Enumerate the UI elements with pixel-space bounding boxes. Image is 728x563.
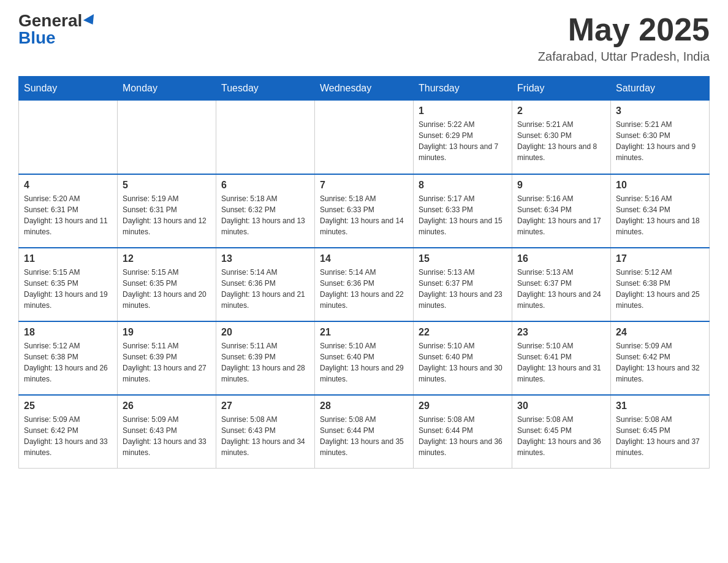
day-number: 21 (320, 327, 408, 338)
title-section: May 2025 Zafarabad, Uttar Pradesh, India (538, 12, 710, 64)
calendar-day-cell: 17Sunrise: 5:12 AMSunset: 6:38 PMDayligh… (611, 248, 710, 321)
calendar-day-cell: 13Sunrise: 5:14 AMSunset: 6:36 PMDayligh… (216, 248, 315, 321)
day-header-sunday: Sunday (19, 77, 118, 101)
calendar-day-cell: 16Sunrise: 5:13 AMSunset: 6:37 PMDayligh… (512, 248, 611, 321)
day-number: 15 (419, 253, 507, 264)
calendar-day-cell: 2Sunrise: 5:21 AMSunset: 6:30 PMDaylight… (512, 101, 611, 174)
day-info: Sunrise: 5:08 AMSunset: 6:44 PMDaylight:… (419, 414, 507, 458)
day-info: Sunrise: 5:08 AMSunset: 6:44 PMDaylight:… (320, 414, 408, 458)
calendar-day-cell: 3Sunrise: 5:21 AMSunset: 6:30 PMDaylight… (611, 101, 710, 174)
day-info: Sunrise: 5:15 AMSunset: 6:35 PMDaylight:… (123, 267, 211, 311)
day-number: 8 (419, 180, 507, 191)
day-info: Sunrise: 5:10 AMSunset: 6:40 PMDaylight:… (320, 340, 408, 385)
day-number: 17 (616, 253, 704, 264)
day-info: Sunrise: 5:10 AMSunset: 6:40 PMDaylight:… (419, 340, 507, 385)
calendar-day-cell: 31Sunrise: 5:08 AMSunset: 6:45 PMDayligh… (611, 395, 710, 469)
day-info: Sunrise: 5:21 AMSunset: 6:30 PMDaylight:… (517, 119, 605, 163)
day-info: Sunrise: 5:12 AMSunset: 6:38 PMDaylight:… (24, 340, 112, 385)
calendar-day-cell: 5Sunrise: 5:19 AMSunset: 6:31 PMDaylight… (118, 174, 216, 248)
calendar-day-cell: 15Sunrise: 5:13 AMSunset: 6:37 PMDayligh… (414, 248, 512, 321)
day-info: Sunrise: 5:08 AMSunset: 6:45 PMDaylight:… (616, 414, 704, 458)
day-info: Sunrise: 5:15 AMSunset: 6:35 PMDaylight:… (24, 267, 112, 311)
calendar-week-row: 25Sunrise: 5:09 AMSunset: 6:42 PMDayligh… (19, 395, 710, 469)
calendar-week-row: 1Sunrise: 5:22 AMSunset: 6:29 PMDaylight… (19, 101, 710, 174)
calendar-day-cell: 25Sunrise: 5:09 AMSunset: 6:42 PMDayligh… (19, 395, 118, 469)
calendar-day-cell: 11Sunrise: 5:15 AMSunset: 6:35 PMDayligh… (19, 248, 118, 321)
calendar-day-cell: 20Sunrise: 5:11 AMSunset: 6:39 PMDayligh… (216, 321, 315, 395)
day-number: 31 (616, 400, 704, 412)
calendar-day-cell: 29Sunrise: 5:08 AMSunset: 6:44 PMDayligh… (414, 395, 512, 469)
day-info: Sunrise: 5:11 AMSunset: 6:39 PMDaylight:… (123, 340, 211, 385)
calendar-day-cell: 6Sunrise: 5:18 AMSunset: 6:32 PMDaylight… (216, 174, 315, 248)
calendar-day-cell (19, 101, 118, 174)
calendar-title: May 2025 (538, 12, 710, 47)
calendar-day-cell: 8Sunrise: 5:17 AMSunset: 6:33 PMDaylight… (414, 174, 512, 248)
day-info: Sunrise: 5:21 AMSunset: 6:30 PMDaylight:… (616, 119, 704, 163)
logo: General Blue (18, 12, 97, 47)
calendar-day-cell: 21Sunrise: 5:10 AMSunset: 6:40 PMDayligh… (315, 321, 414, 395)
day-info: Sunrise: 5:16 AMSunset: 6:34 PMDaylight:… (616, 193, 704, 237)
day-number: 28 (320, 400, 408, 412)
day-number: 18 (24, 327, 112, 338)
calendar-day-cell: 22Sunrise: 5:10 AMSunset: 6:40 PMDayligh… (414, 321, 512, 395)
day-info: Sunrise: 5:14 AMSunset: 6:36 PMDaylight:… (221, 267, 309, 311)
logo-arrow-icon (83, 14, 98, 28)
day-number: 24 (616, 327, 704, 338)
calendar-week-row: 11Sunrise: 5:15 AMSunset: 6:35 PMDayligh… (19, 248, 710, 321)
day-info: Sunrise: 5:10 AMSunset: 6:41 PMDaylight:… (517, 340, 605, 385)
day-number: 26 (123, 400, 211, 412)
calendar-day-cell: 24Sunrise: 5:09 AMSunset: 6:42 PMDayligh… (611, 321, 710, 395)
day-number: 7 (320, 180, 408, 191)
day-info: Sunrise: 5:19 AMSunset: 6:31 PMDaylight:… (123, 193, 211, 237)
day-info: Sunrise: 5:09 AMSunset: 6:42 PMDaylight:… (616, 340, 704, 385)
day-number: 6 (221, 180, 309, 191)
day-info: Sunrise: 5:20 AMSunset: 6:31 PMDaylight:… (24, 193, 112, 237)
day-number: 11 (24, 253, 112, 264)
calendar-day-cell: 23Sunrise: 5:10 AMSunset: 6:41 PMDayligh… (512, 321, 611, 395)
day-number: 25 (24, 400, 112, 412)
logo-general: General (18, 12, 82, 29)
page-header: General Blue May 2025 Zafarabad, Uttar P… (18, 12, 710, 64)
calendar-header-row: SundayMondayTuesdayWednesdayThursdayFrid… (19, 77, 710, 101)
day-info: Sunrise: 5:16 AMSunset: 6:34 PMDaylight:… (517, 193, 605, 237)
day-number: 23 (517, 327, 605, 338)
calendar-day-cell: 26Sunrise: 5:09 AMSunset: 6:43 PMDayligh… (118, 395, 216, 469)
calendar-day-cell (315, 101, 414, 174)
day-info: Sunrise: 5:12 AMSunset: 6:38 PMDaylight:… (616, 267, 704, 311)
day-number: 9 (517, 180, 605, 191)
day-number: 10 (616, 180, 704, 191)
calendar-week-row: 4Sunrise: 5:20 AMSunset: 6:31 PMDaylight… (19, 174, 710, 248)
day-number: 16 (517, 253, 605, 264)
day-info: Sunrise: 5:13 AMSunset: 6:37 PMDaylight:… (419, 267, 507, 311)
day-header-monday: Monday (118, 77, 216, 101)
day-number: 1 (419, 105, 507, 117)
calendar-day-cell: 14Sunrise: 5:14 AMSunset: 6:36 PMDayligh… (315, 248, 414, 321)
calendar-subtitle: Zafarabad, Uttar Pradesh, India (538, 50, 710, 64)
day-info: Sunrise: 5:22 AMSunset: 6:29 PMDaylight:… (419, 119, 507, 163)
day-number: 5 (123, 180, 211, 191)
day-info: Sunrise: 5:09 AMSunset: 6:42 PMDaylight:… (24, 414, 112, 458)
day-number: 2 (517, 105, 605, 117)
day-header-saturday: Saturday (611, 77, 710, 101)
day-info: Sunrise: 5:17 AMSunset: 6:33 PMDaylight:… (419, 193, 507, 237)
day-number: 19 (123, 327, 211, 338)
day-number: 20 (221, 327, 309, 338)
day-info: Sunrise: 5:14 AMSunset: 6:36 PMDaylight:… (320, 267, 408, 311)
day-number: 3 (616, 105, 704, 117)
day-info: Sunrise: 5:18 AMSunset: 6:32 PMDaylight:… (221, 193, 309, 237)
day-info: Sunrise: 5:08 AMSunset: 6:43 PMDaylight:… (221, 414, 309, 458)
day-number: 4 (24, 180, 112, 191)
calendar-day-cell: 7Sunrise: 5:18 AMSunset: 6:33 PMDaylight… (315, 174, 414, 248)
day-info: Sunrise: 5:11 AMSunset: 6:39 PMDaylight:… (221, 340, 309, 385)
calendar-day-cell: 10Sunrise: 5:16 AMSunset: 6:34 PMDayligh… (611, 174, 710, 248)
day-number: 29 (419, 400, 507, 412)
logo-blue: Blue (18, 28, 56, 47)
day-info: Sunrise: 5:18 AMSunset: 6:33 PMDaylight:… (320, 193, 408, 237)
calendar-day-cell: 9Sunrise: 5:16 AMSunset: 6:34 PMDaylight… (512, 174, 611, 248)
calendar-week-row: 18Sunrise: 5:12 AMSunset: 6:38 PMDayligh… (19, 321, 710, 395)
calendar-day-cell: 12Sunrise: 5:15 AMSunset: 6:35 PMDayligh… (118, 248, 216, 321)
day-number: 27 (221, 400, 309, 412)
day-info: Sunrise: 5:08 AMSunset: 6:45 PMDaylight:… (517, 414, 605, 458)
day-header-thursday: Thursday (414, 77, 512, 101)
day-number: 30 (517, 400, 605, 412)
